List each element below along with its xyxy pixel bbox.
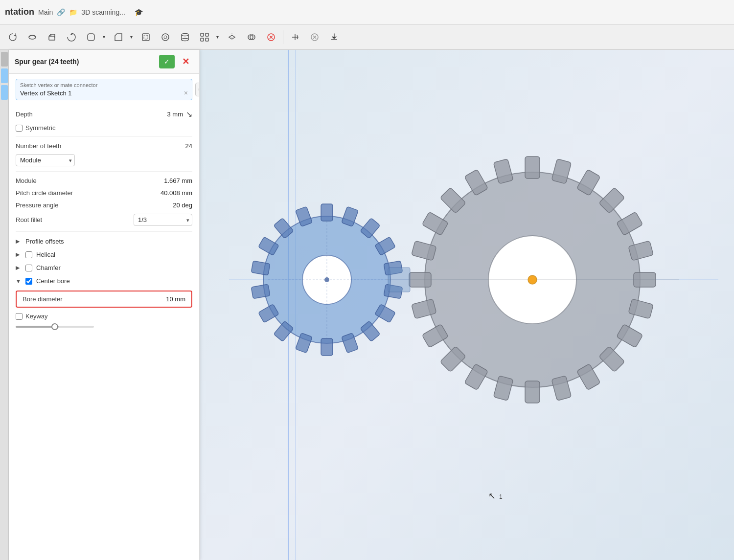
slider-thumb[interactable] [51,323,58,330]
transform-btn[interactable] [286,28,304,46]
bore-diameter-label: Bore diameter [23,295,63,303]
clock-icon[interactable] [195,83,199,96]
helical-chevron: ▶ [16,251,23,258]
symmetric-checkbox[interactable] [16,125,23,132]
num-teeth-value: 24 [185,142,192,150]
keyway-label[interactable]: Keyway [25,313,48,320]
svg-rect-4 [144,35,148,39]
main-area: Spur gear (24 teeth) ✓ ✕ Sketch vertex o… [0,50,734,560]
panel-header-buttons: ✓ ✕ [159,55,193,68]
root-fillet-label: Root fillet [16,216,42,224]
pressure-angle-value: 20 deg [173,202,192,209]
chamfer-chevron: ▶ [16,265,23,271]
rotate-btn[interactable] [4,28,22,46]
cursor-icon: ↖ [488,491,496,501]
cylinder-btn[interactable] [176,28,194,46]
pattern-dropdown-btn[interactable]: ▾ [213,28,221,46]
sketch-vertex-label: Sketch vertex or mate connector [20,82,188,88]
svg-point-8 [182,38,188,41]
main-toolbar: ▾ ▾ [0,24,734,50]
svg-rect-11 [201,38,204,41]
root-fillet-select[interactable]: 1/3 1/4 None [134,214,192,226]
scan-label[interactable]: 3D scanning... [81,8,125,16]
panel-body: Sketch vertex or mate connector Vertex o… [9,74,199,560]
mirror-btn[interactable] [223,28,241,46]
sketch-vertex-clear-btn[interactable]: × [184,89,188,97]
toolbar-separator [283,30,283,44]
divider-2 [16,171,192,172]
main-link[interactable]: Main [38,8,53,16]
divider-3 [16,231,192,232]
helical-section[interactable]: ▶ Helical [16,248,192,261]
cancel-button[interactable]: ✕ [178,55,193,68]
panel-header: Spur gear (24 teeth) ✓ ✕ [9,50,199,74]
strip-item-1 [1,52,8,67]
module-select-wrapper[interactable]: Module Diametral pitch Circular pitch [16,154,75,166]
symmetric-label[interactable]: Symmetric [25,124,55,132]
cursor-label: 1 [499,493,503,500]
cursor: ↖ 1 [488,491,503,501]
profile-offsets-section[interactable]: ▶ Profile offsets [16,235,192,248]
keyway-checkbox[interactable] [16,313,23,320]
chamfer-section[interactable]: ▶ Chamfer [16,261,192,274]
revolve-btn[interactable] [63,28,80,46]
module-row: Module Diametral pitch Circular pitch [16,152,192,168]
bore-diameter-box: Bore diameter 10 mm [16,291,192,308]
separator [129,8,131,16]
profile-offsets-title: Profile offsets [25,238,64,245]
canvas-area[interactable]: ↖ 1 [200,50,734,560]
pattern-btn[interactable] [196,28,213,46]
fillet-dropdown-btn[interactable]: ▾ [100,28,108,46]
chamfer-checkbox[interactable] [25,265,32,271]
fillet-btn[interactable] [82,28,100,46]
delete-op-btn[interactable] [306,28,323,46]
svg-rect-33 [251,284,270,299]
symmetric-row: Symmetric [16,122,192,134]
boolean-btn[interactable] [243,28,260,46]
app-title: ntation [5,7,34,17]
pitch-circle-row: Pitch circle diameter 40.008 mm [16,187,192,199]
root-fillet-select-wrapper[interactable]: 1/3 1/4 None [134,214,192,226]
top-bar: ntation Main 🔗 📁 3D scanning... 🎓 [0,0,734,24]
fillet-group: ▾ [82,28,108,46]
svg-rect-34 [251,261,270,275]
graduation-icon[interactable]: 🎓 [135,8,143,16]
center-bore-title: Center bore [36,277,70,285]
large-gear [386,157,679,403]
hole-btn[interactable] [157,28,174,46]
center-bore-section[interactable]: ▼ Center bore [16,274,192,288]
svg-rect-9 [201,33,204,36]
svg-rect-12 [206,38,208,41]
pitch-circle-value: 40.008 mm [161,189,192,197]
svg-rect-1 [49,36,55,40]
svg-rect-55 [525,381,540,403]
chamfer-tool-dropdown-btn[interactable]: ▾ [127,28,135,46]
profile-offsets-chevron: ▶ [16,238,23,245]
sketch-vertex-box[interactable]: Sketch vertex or mate connector Vertex o… [16,79,192,100]
bore-diameter-row: Bore diameter 10 mm [23,295,185,303]
svg-rect-70 [388,268,410,292]
cancel-op-btn[interactable] [262,28,280,46]
svg-rect-29 [321,338,333,356]
strip-item-3 [1,85,8,100]
extrude-btn[interactable] [43,28,61,46]
depth-value: 3 mm [167,111,184,118]
helical-title: Helical [36,251,55,258]
helical-checkbox[interactable] [25,251,32,258]
module-select[interactable]: Module Diametral pitch Circular pitch [16,154,75,166]
shell-btn[interactable] [137,28,155,46]
left-strip [0,50,9,560]
confirm-button[interactable]: ✓ [159,55,175,68]
export-btn[interactable] [325,28,343,46]
folder-icon: 📁 [69,8,77,16]
chamfer-title: Chamfer [36,264,61,271]
module-value-row: Module 1.667 mm [16,175,192,187]
svg-rect-3 [142,34,149,41]
sweep-btn[interactable] [23,28,41,46]
svg-point-69 [528,275,537,284]
svg-point-7 [182,33,188,36]
depth-arrow-icon: ↘ [186,110,192,119]
chamfer-tool-btn[interactable] [110,28,127,46]
center-bore-checkbox[interactable] [25,278,32,285]
pressure-angle-row: Pressure angle 20 deg [16,199,192,211]
